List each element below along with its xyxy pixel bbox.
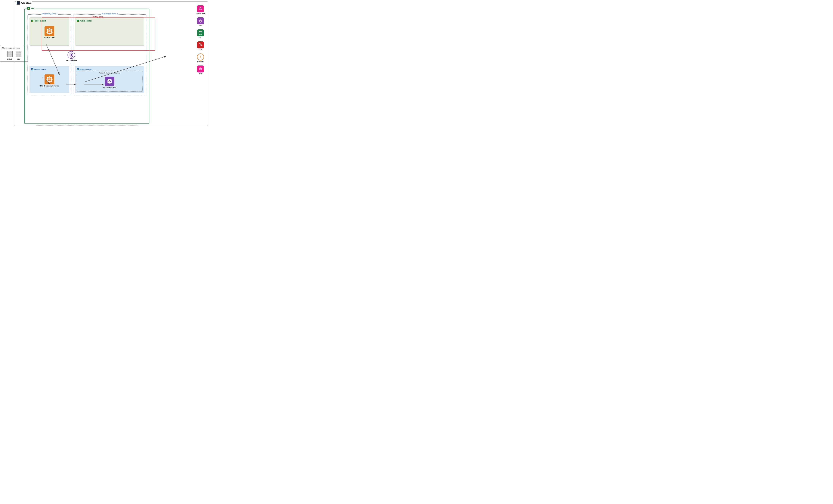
lock-icon-az1-private: 🔒 bbox=[31, 68, 33, 70]
iam-service: IAM bbox=[197, 41, 204, 51]
cloudwatch-icon bbox=[197, 5, 204, 12]
vpc-icon: 🔒 bbox=[27, 7, 30, 10]
svg-line-153 bbox=[201, 68, 202, 68]
server-icon bbox=[7, 51, 13, 57]
az2-private-subnet-label: 🔒 Private subnet bbox=[75, 68, 144, 70]
svg-point-151 bbox=[200, 68, 201, 70]
az1-public-subnet: 🔒 Public subnet bbox=[29, 17, 69, 46]
svg-text:🔒: 🔒 bbox=[77, 68, 79, 70]
az1-private-subnet: 🔒 Private subnet bbox=[29, 66, 69, 93]
svg-text:🔒: 🔒 bbox=[31, 20, 33, 22]
hkms-server: HKMS bbox=[7, 51, 13, 60]
svg-point-11 bbox=[11, 54, 12, 54]
svg-point-143 bbox=[199, 43, 201, 44]
ec2-cleansing-label: EC2 Cleansing Instance bbox=[40, 85, 59, 87]
svg-point-76 bbox=[109, 81, 109, 82]
glue-service: Glue bbox=[197, 17, 204, 27]
iam-icon bbox=[197, 41, 204, 48]
services-panel: CloudWatch Glue bbox=[193, 5, 208, 75]
aws-logo-icon: aws bbox=[17, 1, 20, 4]
redshift-subnet-group-label: Redshift cluster subnet group bbox=[99, 72, 120, 74]
ec2-cleansing-icon bbox=[45, 74, 54, 84]
lock-icon-az2-public: 🔒 bbox=[77, 20, 79, 22]
sns-icon bbox=[197, 66, 204, 72]
bastion-host-icon bbox=[45, 26, 54, 36]
lambda-service: λ Lambda bbox=[197, 53, 204, 63]
az2-private-subnet: 🔒 Private subnet Redshift cluster subnet… bbox=[75, 66, 144, 93]
svg-point-12 bbox=[11, 56, 12, 56]
lambda-icon: λ bbox=[197, 53, 204, 61]
redshift-cluster-label: Redshift Cluster bbox=[103, 87, 116, 89]
svg-point-150 bbox=[199, 68, 201, 70]
availability-zone-2: Availability Zone 2 🔒 Public subnet bbox=[73, 15, 146, 95]
svg-point-80 bbox=[71, 54, 72, 56]
lock-icon-az2-private: 🔒 bbox=[77, 68, 79, 70]
glue-icon bbox=[197, 17, 204, 24]
az1-public-subnet-label: 🔒 Public subnet bbox=[30, 19, 69, 22]
lock-icon-az1-public: 🔒 bbox=[31, 20, 33, 22]
svg-text:🔒: 🔒 bbox=[77, 20, 79, 22]
svg-point-10 bbox=[11, 52, 12, 52]
vpc-endpoint-label: VPC Endpoint bbox=[66, 59, 77, 61]
vpc-box: 🔒 VPC Availability Zone 1 🔒 Public subne… bbox=[24, 8, 149, 124]
availability-zone-1: Availability Zone 1 🔒 Public subnet bbox=[27, 15, 71, 95]
svg-point-77 bbox=[110, 81, 111, 82]
aws-cloud-boundary: aws AWS Cloud 🔒 VPC Availability Zone 1 bbox=[14, 1, 208, 126]
az1-private-subnet-label: 🔒 Private subnet bbox=[30, 68, 69, 70]
svg-text:λ: λ bbox=[199, 56, 201, 58]
redshift-cluster-icon bbox=[105, 77, 114, 86]
sns-service: SNS bbox=[197, 66, 204, 75]
svg-text:🔒: 🔒 bbox=[28, 7, 30, 9]
az2-public-subnet-label: 🔒 Public subnet bbox=[75, 19, 144, 22]
svg-point-134 bbox=[200, 8, 201, 8]
redshift-nodes-box: Redshift cluster Nodes x 40 DS bbox=[36, 125, 138, 126]
vpc-endpoint-icon bbox=[67, 51, 75, 59]
s3-icon bbox=[197, 29, 204, 36]
s3-service: S3 bbox=[197, 29, 204, 39]
svg-text:aws: aws bbox=[18, 3, 19, 3]
bastion-host-label: Bastion Host bbox=[44, 37, 54, 39]
svg-text:🔒: 🔒 bbox=[31, 68, 33, 70]
redshift-subnet-group-box: Redshift cluster subnet group bbox=[77, 71, 143, 92]
az2-public-subnet: 🔒 Public subnet bbox=[75, 17, 144, 46]
aws-cloud-label: aws AWS Cloud bbox=[16, 1, 32, 4]
svg-point-75 bbox=[108, 81, 112, 83]
svg-rect-0 bbox=[2, 48, 4, 49]
svg-point-139 bbox=[200, 20, 201, 21]
vpc-label: 🔒 VPC bbox=[27, 7, 35, 10]
vpc-endpoint-container: VPC Endpoint bbox=[66, 51, 77, 61]
svg-point-78 bbox=[110, 80, 110, 81]
cloudwatch-service: CloudWatch bbox=[196, 5, 205, 15]
